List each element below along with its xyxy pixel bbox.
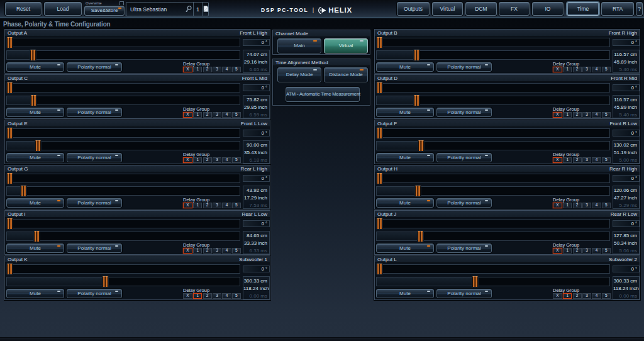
delay-group-option-2[interactable]: 2	[573, 157, 582, 163]
mute-button[interactable]: Mute	[6, 198, 64, 208]
delay-group-option-x[interactable]: X	[553, 293, 562, 299]
delay-group-option-3[interactable]: 3	[582, 293, 591, 299]
nav-button-virtual[interactable]: Virtual	[432, 2, 463, 16]
phase-slider-handle[interactable]	[7, 218, 13, 229]
phase-slider[interactable]	[6, 264, 240, 274]
phase-slider-handle[interactable]	[377, 264, 382, 274]
mute-button[interactable]: Mute	[376, 108, 434, 117]
delay-slider[interactable]	[6, 50, 240, 60]
delay-group-option-3[interactable]: 3	[213, 293, 221, 299]
delay-slider[interactable]	[6, 96, 240, 105]
mute-button[interactable]: Mute	[6, 153, 64, 162]
delay-group-option-4[interactable]: 4	[222, 157, 231, 163]
distance-mode-button[interactable]: Distance Mode	[324, 67, 368, 82]
phase-slider-handle[interactable]	[7, 264, 13, 274]
delay-group-option-x[interactable]: X	[183, 203, 192, 208]
memory-number[interactable]: 1	[194, 5, 202, 14]
delay-slider-handle[interactable]	[31, 95, 36, 106]
overwrite-checkbox[interactable]	[119, 1, 124, 6]
delay-slider-handle[interactable]	[34, 231, 40, 242]
delay-slider-handle[interactable]	[418, 231, 423, 242]
delay-group-option-1[interactable]: 1	[563, 112, 572, 118]
delay-group-option-5[interactable]: 5	[232, 157, 241, 163]
phase-slider[interactable]	[6, 219, 240, 228]
nav-button-[interactable]: ?	[636, 2, 643, 16]
delay-group-option-1[interactable]: 1	[193, 248, 202, 254]
polarity-button[interactable]: Polarity normal	[436, 108, 492, 117]
phase-slider-handle[interactable]	[377, 82, 382, 93]
delay-slider-handle[interactable]	[21, 186, 26, 196]
phase-slider-handle[interactable]	[377, 218, 382, 229]
delay-mode-button[interactable]: Delay Mode	[277, 67, 321, 82]
mute-button[interactable]: Mute	[376, 198, 434, 208]
delay-group-option-x[interactable]: X	[183, 157, 192, 163]
nav-button-time[interactable]: Time	[567, 2, 599, 16]
delay-slider[interactable]	[376, 50, 610, 60]
phase-slider-handle[interactable]	[7, 82, 13, 93]
polarity-button[interactable]: Polarity normal	[67, 108, 122, 117]
nav-button-dcm[interactable]: DCM	[465, 2, 497, 16]
delay-group-option-x[interactable]: X	[553, 112, 562, 118]
delay-slider[interactable]	[376, 141, 610, 150]
delay-slider[interactable]	[6, 277, 240, 286]
delay-group-option-1[interactable]: 1	[193, 293, 202, 299]
phase-slider-handle[interactable]	[7, 173, 13, 184]
delay-group-option-3[interactable]: 3	[582, 248, 591, 254]
delay-group-option-1[interactable]: 1	[563, 248, 572, 254]
delay-slider-handle[interactable]	[418, 140, 424, 151]
polarity-button[interactable]: Polarity normal	[436, 243, 492, 253]
phase-slider-handle[interactable]	[7, 128, 13, 138]
phase-slider[interactable]	[6, 128, 240, 138]
delay-group-option-x[interactable]: X	[183, 67, 192, 72]
delay-group-option-5[interactable]: 5	[232, 203, 241, 208]
channel-mode-main-button[interactable]: Main	[277, 38, 321, 53]
nav-button-io[interactable]: IO	[532, 2, 564, 16]
phase-slider-handle[interactable]	[377, 173, 382, 184]
polarity-button[interactable]: Polarity normal	[67, 198, 122, 208]
delay-group-option-2[interactable]: 2	[203, 203, 212, 208]
polarity-button[interactable]: Polarity normal	[67, 62, 122, 72]
delay-group-option-2[interactable]: 2	[203, 157, 212, 163]
delay-slider-handle[interactable]	[35, 140, 41, 151]
delay-group-option-x[interactable]: X	[553, 157, 562, 163]
delay-slider[interactable]	[376, 96, 610, 105]
delay-group-option-1[interactable]: 1	[193, 67, 202, 72]
delay-group-option-5[interactable]: 5	[602, 293, 611, 299]
delay-group-option-5[interactable]: 5	[602, 157, 611, 163]
delay-slider[interactable]	[6, 186, 240, 196]
load-button[interactable]: Load	[44, 2, 82, 16]
delay-group-option-4[interactable]: 4	[222, 248, 231, 254]
delay-slider-handle[interactable]	[414, 50, 419, 60]
delay-group-option-4[interactable]: 4	[592, 203, 601, 208]
delay-group-option-5[interactable]: 5	[602, 112, 611, 118]
phase-slider-handle[interactable]	[7, 37, 13, 48]
phase-slider-handle[interactable]	[377, 37, 382, 48]
phase-slider[interactable]	[6, 38, 240, 47]
delay-group-option-1[interactable]: 1	[563, 203, 572, 208]
nav-button-fx[interactable]: FX	[499, 2, 530, 16]
polarity-button[interactable]: Polarity normal	[67, 243, 122, 253]
setup-name-input[interactable]: Ultra Sebastian	[130, 5, 183, 14]
delay-slider-handle[interactable]	[472, 276, 478, 287]
delay-group-option-3[interactable]: 3	[213, 67, 221, 72]
polarity-button[interactable]: Polarity normal	[436, 289, 492, 298]
phase-slider[interactable]	[376, 219, 610, 228]
delay-group-option-3[interactable]: 3	[582, 67, 591, 72]
phase-slider-handle[interactable]	[377, 128, 382, 138]
delay-slider-handle[interactable]	[415, 186, 421, 196]
polarity-button[interactable]: Polarity normal	[436, 198, 492, 208]
delay-slider[interactable]	[376, 232, 610, 241]
delay-group-option-3[interactable]: 3	[213, 203, 221, 208]
delay-group-option-2[interactable]: 2	[573, 112, 582, 118]
delay-group-option-4[interactable]: 4	[592, 67, 601, 72]
delay-group-option-1[interactable]: 1	[193, 112, 202, 118]
delay-group-option-1[interactable]: 1	[563, 293, 572, 299]
delay-group-option-4[interactable]: 4	[222, 112, 231, 118]
delay-group-option-2[interactable]: 2	[573, 67, 582, 72]
phase-slider[interactable]	[376, 83, 610, 92]
phase-slider[interactable]	[376, 128, 610, 138]
delay-group-option-4[interactable]: 4	[592, 112, 601, 118]
delay-group-option-3[interactable]: 3	[582, 203, 591, 208]
delay-slider-handle[interactable]	[30, 50, 36, 60]
polarity-button[interactable]: Polarity normal	[67, 153, 122, 162]
